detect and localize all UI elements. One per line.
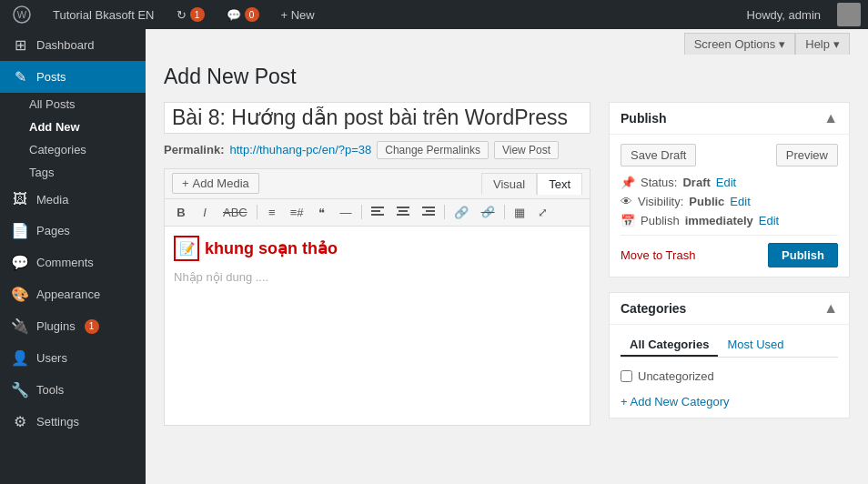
users-icon: 👤 xyxy=(11,349,29,367)
permalink-url[interactable]: http://thuhang-pc/en/?p=38 xyxy=(229,143,371,156)
ordered-list-btn[interactable]: ≡# xyxy=(285,202,309,223)
cat-tab-all[interactable]: All Categories xyxy=(621,334,718,357)
editor-toolbar: B I ABC ≡ ≡# ❝ — xyxy=(164,198,590,226)
add-media-icon: + xyxy=(182,176,189,190)
strikethrough-btn[interactable]: ABC xyxy=(217,202,253,223)
appearance-icon: 🎨 xyxy=(11,286,29,303)
status-label: Status: xyxy=(641,176,677,189)
save-draft-btn[interactable]: Save Draft xyxy=(621,144,696,166)
post-title-input[interactable] xyxy=(164,102,590,134)
dashboard-icon: ⊞ xyxy=(11,36,29,54)
sidebar-item-label: Plugins xyxy=(36,319,76,333)
sidebar-item-settings[interactable]: ⚙ Settings xyxy=(0,406,146,438)
sidebar-item-label: Appearance xyxy=(36,287,100,301)
publish-footer-row: Move to Trash Publish xyxy=(621,235,838,267)
unordered-list-btn[interactable]: ≡ xyxy=(261,202,283,223)
wp-logo[interactable]: W xyxy=(7,5,36,24)
view-post-btn[interactable]: View Post xyxy=(494,141,559,159)
move-to-trash-link[interactable]: Move to Trash xyxy=(621,248,695,262)
hr-btn[interactable]: — xyxy=(335,202,358,223)
sidebar-item-dashboard[interactable]: ⊞ Dashboard xyxy=(0,29,146,61)
category-tabs: All Categories Most Used xyxy=(621,334,838,358)
align-right-btn[interactable] xyxy=(417,203,440,221)
sidebar-item-pages[interactable]: 📄 Pages xyxy=(0,215,146,247)
categories-box-toggle[interactable]: ▲ xyxy=(823,300,838,317)
sidebar-subitem-all-posts[interactable]: All Posts xyxy=(18,93,146,116)
toolbar-separator xyxy=(504,205,505,219)
publish-time-line: 📅 Publish immediately Edit xyxy=(621,214,838,227)
publish-box-body: Save Draft Preview 📌 Status: Draft Edit … xyxy=(610,135,849,277)
help-btn[interactable]: Help ▾ xyxy=(795,33,850,55)
sidebar-item-plugins[interactable]: 🔌 Plugins 1 xyxy=(0,310,146,342)
toolbar-separator xyxy=(361,205,362,219)
preview-btn[interactable]: Preview xyxy=(776,144,838,166)
sidebar-item-tools[interactable]: 🔧 Tools xyxy=(0,374,146,406)
publish-metabox: Publish ▲ Save Draft Preview 📌 Status: xyxy=(609,102,850,277)
italic-btn[interactable]: I xyxy=(194,202,216,223)
posts-icon: ✎ xyxy=(11,68,29,86)
publish-time-value: immediately xyxy=(685,214,753,227)
sidebar-item-comments[interactable]: 💬 Comments xyxy=(0,247,146,278)
sidebar-item-label: Media xyxy=(36,193,68,207)
post-body: Permalink: http://thuhang-pc/en/?p=38 Ch… xyxy=(164,102,850,433)
unlink-btn[interactable]: 🔗 xyxy=(476,202,500,222)
svg-rect-8 xyxy=(422,207,435,208)
align-center-icon xyxy=(397,207,409,217)
sidebar-item-label: Pages xyxy=(36,224,70,237)
blockquote-btn[interactable]: ❝ xyxy=(311,202,333,223)
table-btn[interactable]: ▦ xyxy=(509,202,530,223)
permalink-label: Permalink: xyxy=(164,143,224,156)
sidebar-subitem-tags[interactable]: Tags xyxy=(18,161,146,184)
align-left-btn[interactable] xyxy=(366,203,389,221)
cat-checkbox-uncategorized[interactable] xyxy=(621,370,632,382)
publish-box-toggle[interactable]: ▲ xyxy=(823,110,838,126)
editor-content-area[interactable]: 📝 khung soạn thảo Nhập nội dung .... xyxy=(164,226,590,426)
post-title-wrap xyxy=(164,102,590,134)
tab-text[interactable]: Text xyxy=(537,173,582,195)
admin-bar: W Tutorial Bkasoft EN ↻ 1 💬 0 + New Howd… xyxy=(0,0,868,29)
admin-menu: ⊞ Dashboard ✎ Posts All Posts Add New Ca… xyxy=(0,29,146,484)
unlink-icon: 🔗 xyxy=(481,206,495,218)
comments-count: 0 xyxy=(245,7,259,22)
sidebar-item-label: Tools xyxy=(36,383,64,397)
site-name[interactable]: Tutorial Bkasoft EN xyxy=(47,8,160,22)
publish-actions-row: Save Draft Preview xyxy=(621,144,838,166)
fullscreen-btn[interactable]: ⤢ xyxy=(532,202,554,223)
publish-time-edit-link[interactable]: Edit xyxy=(759,214,779,227)
add-media-btn[interactable]: + Add Media xyxy=(172,173,259,194)
sidebar-subitem-categories[interactable]: Categories xyxy=(18,138,146,161)
bold-btn[interactable]: B xyxy=(170,202,192,223)
visibility-label: Visibility: xyxy=(638,195,683,208)
toolbar-separator xyxy=(257,205,257,219)
status-edit-link[interactable]: Edit xyxy=(716,176,736,189)
add-new-category-link[interactable]: + Add New Category xyxy=(621,395,730,408)
visibility-edit-link[interactable]: Edit xyxy=(730,195,750,208)
cat-tab-most-used[interactable]: Most Used xyxy=(718,334,792,357)
plugins-icon: 🔌 xyxy=(11,318,29,335)
visibility-value: Public xyxy=(689,195,724,208)
svg-rect-7 xyxy=(397,214,409,216)
link-btn[interactable]: 🔗 xyxy=(449,202,474,223)
categories-box-header: Categories ▲ xyxy=(610,293,849,325)
align-center-btn[interactable] xyxy=(391,203,415,221)
new-post-btn[interactable]: + New xyxy=(276,8,320,22)
sidebar-subitem-add-new[interactable]: Add New xyxy=(18,116,146,138)
sidebar-item-posts[interactable]: ✎ Posts xyxy=(0,61,146,93)
editor-placeholder: Nhập nội dung .... xyxy=(174,270,580,284)
svg-rect-6 xyxy=(399,210,408,212)
cat-item-uncategorized: Uncategorized xyxy=(621,367,838,386)
avatar[interactable] xyxy=(837,3,861,26)
sidebar-item-users[interactable]: 👤 Users xyxy=(0,342,146,374)
screen-options-btn[interactable]: Screen Options ▾ xyxy=(684,33,796,55)
editor-heading-text: khung soạn thảo xyxy=(205,238,338,258)
calendar-icon: 📅 xyxy=(621,214,635,227)
publish-btn[interactable]: Publish xyxy=(768,243,838,267)
sidebar-item-media[interactable]: 🖼 Media xyxy=(0,184,146,215)
updates-btn[interactable]: ↻ 1 xyxy=(171,7,210,22)
change-permalinks-btn[interactable]: Change Permalinks xyxy=(377,141,489,159)
comments-btn[interactable]: 💬 0 xyxy=(221,7,265,22)
sidebar-item-appearance[interactable]: 🎨 Appearance xyxy=(0,278,146,310)
publish-box-header: Publish ▲ xyxy=(610,103,849,135)
tab-visual[interactable]: Visual xyxy=(481,173,537,195)
howdy-greeting: Howdy, admin xyxy=(742,8,826,22)
